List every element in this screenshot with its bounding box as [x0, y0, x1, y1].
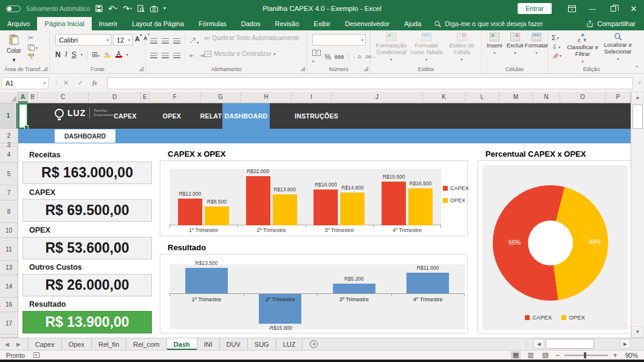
nav-item-instruções[interactable]: INSTRUÇÕES [293, 103, 340, 129]
align-left-icon[interactable] [150, 53, 157, 58]
format-cells-button[interactable]: Formatar▾ [526, 33, 547, 55]
column-header-E[interactable]: E [141, 92, 149, 103]
sheet-tab-rel_com[interactable]: Rel_com [126, 338, 166, 350]
align-center-icon[interactable] [162, 53, 169, 58]
normal-view-button[interactable]: ▦ [511, 351, 521, 359]
format-as-table-button[interactable]: Formatar como Tabela▾ [409, 33, 444, 61]
row-header-13[interactable]: 13 [0, 261, 18, 275]
save-icon[interactable] [95, 5, 103, 12]
column-header-C[interactable]: C [38, 92, 89, 103]
ribbon-display-options-icon[interactable] [561, 0, 582, 17]
number-format-select[interactable]: ▾ [312, 34, 366, 46]
number-dialog-launcher-icon[interactable] [364, 67, 368, 71]
nav-item-opex[interactable]: OPEX [154, 103, 190, 129]
clear-button[interactable]: ▾ [552, 53, 561, 58]
column-header-M[interactable]: M [499, 92, 533, 103]
menu-tab-arquivo[interactable]: Arquivo [0, 17, 37, 30]
align-top-icon[interactable] [150, 38, 157, 44]
increase-decimal-button[interactable]: ←.0 [352, 54, 361, 60]
italic-button[interactable]: I [65, 50, 67, 59]
comma-style-button[interactable]: 000 [335, 54, 344, 60]
row-header-1[interactable]: 1 [0, 103, 18, 129]
zoom-out-button[interactable]: − [555, 351, 560, 360]
page-layout-view-button[interactable]: ▥ [526, 351, 535, 359]
horizontal-scroll-thumb[interactable] [546, 339, 594, 349]
format-painter-button[interactable] [28, 53, 35, 60]
percent-style-button[interactable]: % [324, 53, 331, 61]
column-header-I[interactable]: I [292, 92, 332, 103]
customize-qat-icon[interactable]: ▾ [163, 6, 166, 11]
align-middle-icon[interactable] [162, 38, 169, 44]
sheet-tab-capex[interactable]: Capex [28, 338, 62, 350]
name-box[interactable]: A1▾ [1, 77, 49, 89]
row-header-11[interactable]: 11 [0, 238, 18, 261]
wrap-text-button[interactable]: ab Quebrar Texto Automaticamente [204, 35, 299, 41]
column-header-B[interactable]: B [28, 92, 38, 103]
delete-cells-button[interactable]: Excluir▾ [505, 33, 526, 55]
column-header-P[interactable]: P [606, 92, 631, 103]
font-name-select[interactable]: Calibri▾ [55, 34, 111, 46]
column-header-F[interactable]: F [149, 92, 200, 103]
menu-tab-página-inicial[interactable]: Página Inicial [37, 17, 91, 30]
column-header-G[interactable]: G [200, 92, 241, 103]
fill-button[interactable]: ⇩▾ [552, 43, 561, 51]
copy-button[interactable]: ▾ [28, 44, 38, 51]
undo-caret-icon[interactable]: ▾ [115, 7, 117, 10]
autosave-toggle[interactable] [6, 5, 21, 12]
row-header-17[interactable]: 17 [0, 312, 18, 335]
row-header-4[interactable]: 4 [0, 147, 18, 163]
merge-center-button[interactable]: Mesclar e Centralizar ▾ [204, 50, 276, 57]
borders-button[interactable]: ⊞▾ [92, 50, 100, 59]
increase-indent-icon[interactable]: ⇥ [199, 52, 204, 59]
resultado-chart[interactable]: R$13.5001º Trimestre-R$15.8002º Trimestr… [160, 254, 468, 333]
cut-button[interactable]: ✂ [28, 34, 33, 42]
expand-formula-bar-icon[interactable]: ˅ [638, 80, 641, 86]
column-header-J[interactable]: J [332, 92, 423, 103]
column-header-O[interactable]: O [560, 92, 606, 103]
row-header-7[interactable]: 7 [0, 185, 18, 200]
font-size-select[interactable]: 12▾ [113, 34, 132, 46]
hscroll-splitter[interactable]: ⋮ [524, 341, 529, 347]
grow-font-button[interactable]: A▲ [135, 35, 140, 43]
menu-tab-layout-da-página[interactable]: Layout da Página [125, 17, 191, 30]
namebox-splitter[interactable]: ⋮ [53, 80, 60, 86]
row-header-8[interactable]: 8 [0, 200, 18, 223]
menu-tab-exibir[interactable]: Exibir [306, 17, 338, 30]
column-header-K[interactable]: K [423, 92, 465, 103]
sheet-tab-ini[interactable]: INI [197, 338, 220, 350]
capex-opex-chart[interactable]: R$12.000R$8.5001º TrimestreR$22.000R$13.… [160, 160, 468, 236]
record-macro-icon[interactable] [33, 352, 39, 358]
paste-button[interactable]: Colar ▾ [3, 33, 25, 64]
menu-tab-ajuda[interactable]: Ajuda [397, 17, 428, 30]
nav-item-dashboard[interactable]: DASHBOARD [222, 103, 270, 129]
insert-function-button[interactable]: fx [92, 79, 97, 86]
camera-icon[interactable] [150, 5, 158, 12]
font-dialog-launcher-icon[interactable] [139, 67, 143, 71]
column-header-A[interactable]: A [18, 92, 28, 103]
scroll-up-icon[interactable]: ▲ [631, 92, 644, 103]
redo-button[interactable]: ↷▾ [123, 5, 132, 13]
column-header-N[interactable]: N [533, 92, 560, 103]
autosum-button[interactable]: Σ▾ [552, 34, 561, 41]
scroll-down-icon[interactable]: ▼ [631, 326, 644, 338]
align-right-icon[interactable] [173, 53, 180, 58]
row-header-10[interactable]: 10 [0, 223, 18, 238]
nav-item-capex[interactable]: CAPEX [107, 103, 143, 129]
page-break-view-button[interactable]: ▧ [541, 351, 550, 359]
minimize-button[interactable]: — [582, 0, 603, 17]
conditional-formatting-button[interactable]: Formatação Condicional▾ [374, 33, 408, 61]
menu-tab-revisão[interactable]: Revisão [268, 17, 307, 30]
share-button[interactable]: Compartilhar [586, 17, 644, 30]
cell-styles-button[interactable]: Estilos de Célula▾ [445, 33, 479, 61]
formula-input[interactable] [107, 77, 633, 89]
redo-caret-icon[interactable]: ▾ [130, 7, 132, 10]
prev-sheet-icon[interactable]: ◀ [5, 341, 9, 347]
zoom-in-button[interactable]: + [613, 351, 617, 360]
hscroll-right-icon[interactable]: ▶ [620, 339, 631, 349]
zoom-slider-thumb[interactable] [584, 352, 586, 358]
column-header-H[interactable]: H [241, 92, 292, 103]
alignment-dialog-launcher-icon[interactable] [301, 67, 305, 71]
percentual-donut-chart[interactable]: 56%44%CAPEXOPEX [478, 160, 631, 333]
print-preview-icon[interactable] [137, 5, 145, 12]
next-sheet-icon[interactable]: ▶ [16, 341, 21, 347]
